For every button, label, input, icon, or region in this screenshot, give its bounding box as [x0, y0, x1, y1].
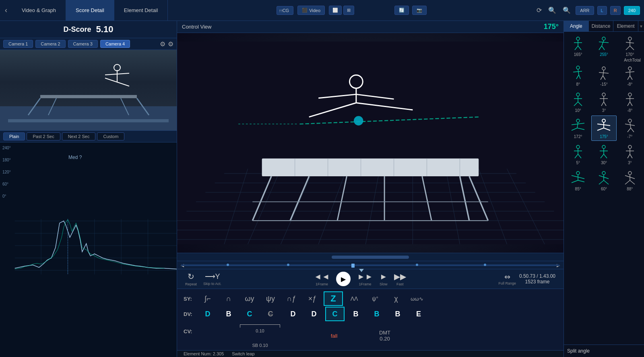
video-button[interactable]: ⬛ Video: [297, 6, 325, 15]
sy-item-7[interactable]: ΛΛ: [345, 291, 364, 306]
camera-2-btn[interactable]: Camera 2: [35, 40, 65, 48]
cv-spacer-2: [282, 328, 301, 343]
camera-settings-btn[interactable]: 📷: [412, 6, 427, 15]
sy-item-1[interactable]: ∩: [219, 291, 238, 306]
pose-item-13[interactable]: 30°: [591, 142, 616, 167]
sy-item-10[interactable]: ωω∿: [407, 291, 427, 306]
pose-item-17[interactable]: 88°: [617, 168, 642, 193]
dv-item-10[interactable]: E: [409, 307, 428, 321]
cam-setting-1-btn[interactable]: ⚙: [160, 40, 165, 48]
dv-item-2[interactable]: C: [240, 307, 259, 321]
svg-line-107: [627, 102, 630, 106]
tab-element[interactable]: Element: [613, 21, 638, 31]
fast-button[interactable]: ▶▶ Fast: [394, 272, 406, 286]
graph-next2sec-btn[interactable]: Next 2 Sec: [62, 132, 96, 140]
pose-item-9[interactable]: 172°: [566, 116, 590, 141]
svg-line-143: [578, 180, 584, 182]
graph-custom-btn[interactable]: Custom: [97, 132, 124, 140]
pose-item-2[interactable]: 170°: [617, 33, 642, 59]
pose-item-10[interactable]: 175°: [591, 116, 616, 141]
pose-item-1[interactable]: 255°: [591, 33, 616, 59]
svg-line-73: [602, 46, 605, 50]
camera-row: Camera 1 Camera 2 Camera 3 Camera 4 ⚙ ⚙: [0, 38, 177, 50]
svg-point-99: [602, 93, 605, 96]
pose-item-0[interactable]: 165°: [566, 33, 590, 59]
grid-view-btn[interactable]: ⊞: [343, 6, 354, 15]
pose-item-15[interactable]: 85°: [566, 168, 590, 193]
score-header: D-Score 5.10: [0, 21, 177, 38]
arr-btn[interactable]: ARR: [576, 6, 594, 15]
sy-item-6[interactable]: Z: [324, 291, 343, 306]
timeline-bar[interactable]: ◄ ►: [177, 261, 564, 269]
zoom-in-btn[interactable]: 🔍: [547, 5, 558, 16]
svg-line-86: [599, 72, 609, 73]
frame-count-btn[interactable]: 240: [624, 6, 640, 15]
cam-setting-2-btn[interactable]: ⚙: [168, 40, 173, 48]
tab-distance[interactable]: Distance: [589, 21, 614, 31]
repeat-button[interactable]: ↻ Repeat: [185, 272, 197, 286]
undo-btn[interactable]: ⟳: [535, 5, 543, 16]
sb-label: SB 0.10: [240, 343, 280, 348]
skip-to-act-button[interactable]: ⟶Y Skip to Act.: [203, 272, 221, 286]
svg-point-69: [602, 37, 605, 40]
zoom-out-btn[interactable]: 🔍: [561, 5, 572, 16]
dv-item-3[interactable]: C: [261, 307, 280, 321]
pose-item-16[interactable]: 60°: [591, 168, 616, 193]
pose-item-6[interactable]: 10°: [566, 89, 590, 115]
angle-display: 175°: [544, 23, 559, 31]
next-frame-icon: ►►: [357, 272, 373, 281]
dv-item-8[interactable]: B: [367, 307, 386, 321]
camera-3-btn[interactable]: Camera 3: [68, 40, 98, 48]
sy-item-5[interactable]: ×ƒ: [303, 291, 322, 306]
play-button[interactable]: ▶: [336, 272, 351, 286]
dv-item-9[interactable]: B: [388, 307, 407, 321]
sy-item-0[interactable]: ∫⌐: [198, 291, 217, 306]
single-view-btn[interactable]: ⬜: [329, 6, 342, 15]
dv-item-1[interactable]: B: [219, 307, 238, 321]
pose-item-12[interactable]: 5°: [566, 142, 590, 167]
full-range-button[interactable]: ⇔ Full Range: [498, 272, 516, 285]
dv-item-7[interactable]: B: [346, 307, 365, 321]
pose-item-7[interactable]: 3°: [591, 89, 616, 115]
pose-figure-1: [596, 35, 612, 52]
camera-1-btn[interactable]: Camera 1: [3, 40, 33, 48]
pb-left-controls: ↻ Repeat ⟶Y Skip to Act.: [185, 272, 221, 286]
prev-frame-button[interactable]: ◄◄ 1Frame: [314, 272, 330, 286]
pose-item-14[interactable]: 3°: [617, 142, 642, 167]
sy-item-4[interactable]: ∩ƒ: [282, 291, 301, 306]
tab-video-graph[interactable]: Video & Graph: [12, 0, 66, 21]
camera-4-btn[interactable]: Camera 4: [100, 40, 130, 48]
svg-line-103: [604, 102, 606, 106]
scroll-thumb[interactable]: [332, 256, 409, 259]
3d-view[interactable]: [177, 33, 564, 253]
pose-item-5[interactable]: -8°: [617, 63, 642, 89]
sy-item-2[interactable]: ωy: [240, 291, 259, 306]
r-btn[interactable]: R: [610, 6, 621, 15]
next-frame-button[interactable]: ►► 1Frame: [357, 272, 373, 286]
back-button[interactable]: ‹: [0, 0, 12, 21]
dv-item-4[interactable]: D: [283, 307, 303, 321]
timeline-playhead[interactable]: [351, 264, 355, 268]
svg-point-144: [602, 171, 605, 175]
tab-score-detail[interactable]: Score Detail: [66, 0, 114, 21]
sy-item-9[interactable]: χ: [386, 291, 406, 306]
l-btn[interactable]: L: [597, 6, 607, 15]
dv-item-0[interactable]: D: [198, 307, 217, 321]
sy-item-8[interactable]: ψ°: [365, 291, 385, 306]
pose-item-4[interactable]: -15°: [591, 63, 616, 89]
scroll-right-btn[interactable]: ▼: [638, 21, 644, 31]
tab-angle[interactable]: Angle: [564, 21, 589, 31]
pose-item-3[interactable]: 8°: [566, 63, 590, 89]
pose-item-8[interactable]: -8°: [617, 89, 642, 115]
sy-item-3[interactable]: ψy: [261, 291, 280, 306]
video-area: [0, 50, 177, 130]
graph-past2sec-btn[interactable]: Past 2 Sec: [27, 132, 60, 140]
slow-button[interactable]: ► Slow: [380, 272, 388, 286]
graph-plain-btn[interactable]: Plain: [3, 132, 25, 140]
camera-rotate-btn[interactable]: 🔄: [394, 6, 409, 15]
dv-item-6[interactable]: C: [325, 307, 345, 321]
dv-item-5[interactable]: D: [304, 307, 324, 321]
pose-item-11[interactable]: -7°: [617, 116, 642, 141]
cg-button[interactable]: ↑ ↑ CG: [277, 6, 294, 15]
tab-element-detail[interactable]: Element Detail: [114, 0, 168, 21]
